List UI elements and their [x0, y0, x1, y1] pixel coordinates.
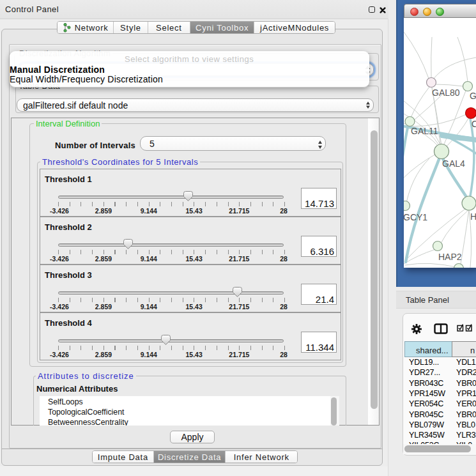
svg-text:GAL80: GAL80 [432, 88, 460, 98]
svg-text:GAL11: GAL11 [411, 126, 438, 136]
svg-text:H: H [470, 211, 476, 222]
svg-text:HAP2: HAP2 [438, 252, 462, 262]
svg-text:GCY1: GCY1 [404, 212, 427, 222]
svg-text:C: C [472, 119, 476, 129]
svg-text:GA: GA [470, 91, 476, 101]
svg-text:GAL4: GAL4 [442, 158, 465, 169]
